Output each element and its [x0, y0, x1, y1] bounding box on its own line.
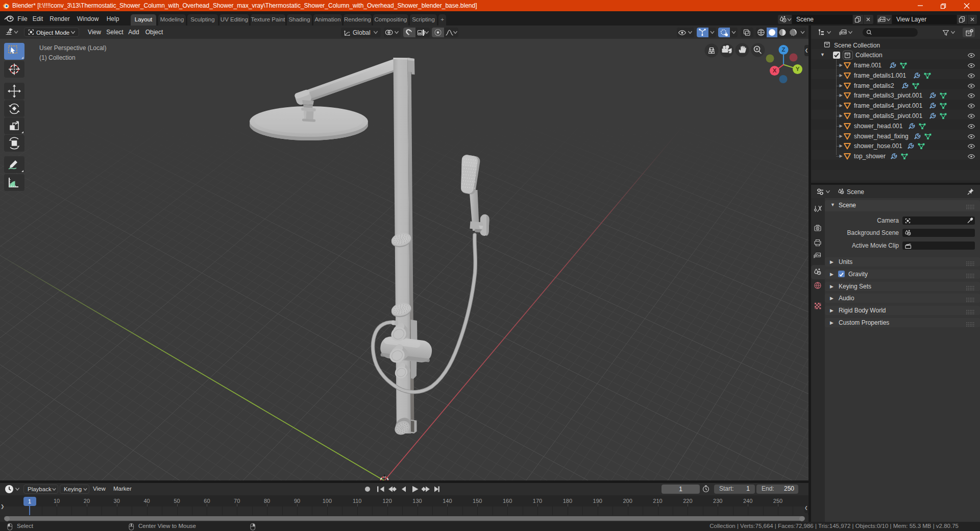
svg-text:Y: Y — [796, 66, 800, 72]
svg-text:X: X — [773, 67, 777, 74]
svg-text:Z: Z — [781, 46, 785, 53]
